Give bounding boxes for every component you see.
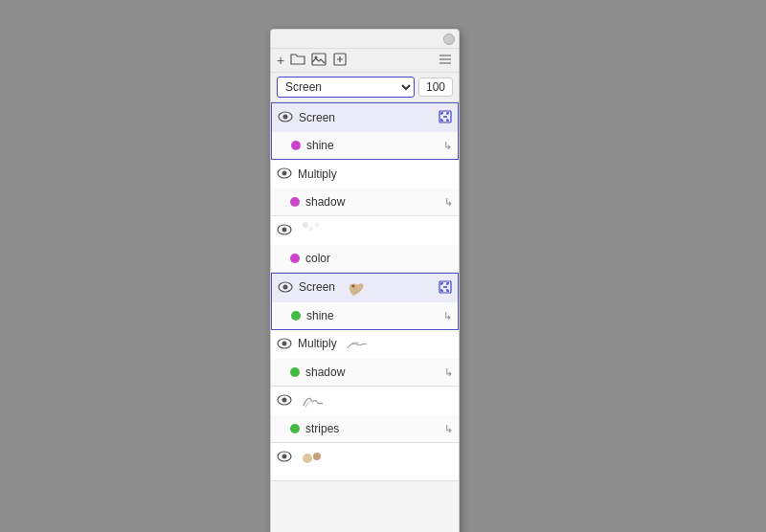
mask-icon[interactable] <box>332 53 348 68</box>
group-header-4[interactable]: Screen <box>272 274 458 302</box>
layers-panel: + <box>270 29 460 532</box>
group-header-2[interactable]: Multiply <box>271 160 459 188</box>
svg-point-14 <box>309 227 313 231</box>
svg-point-13 <box>303 222 308 228</box>
group-header-7[interactable] <box>271 443 459 472</box>
svg-rect-0 <box>312 54 326 65</box>
group-name-4: Screen <box>299 277 439 299</box>
group-name-1: Screen <box>299 111 439 124</box>
svg-point-12 <box>282 227 287 232</box>
svg-point-23 <box>282 397 287 402</box>
child-layer-shadow-1: shadow ↳ <box>271 188 459 215</box>
group-header-1[interactable]: Screen <box>272 103 458 132</box>
child-layer-shine-2: shine ↳ <box>272 302 458 329</box>
svg-point-17 <box>283 284 288 289</box>
group-name-5: Multiply <box>298 335 453 354</box>
sub-icon-stripes: ↳ <box>444 423 453 435</box>
child-name-stripes: stripes <box>305 422 444 435</box>
group-name-3 <box>298 217 453 245</box>
close-button[interactable] <box>443 33 455 45</box>
blend-mode-select[interactable]: Screen Normal Multiply Overlay <box>277 77 415 98</box>
link-icon-4[interactable] <box>439 280 452 297</box>
sub-icon-shine-2: ↳ <box>443 310 452 322</box>
add-layer-button[interactable]: + <box>277 54 284 67</box>
group-blank-stripes: stripes ↳ <box>271 387 459 443</box>
eye-icon-6[interactable] <box>277 394 292 409</box>
color-dot-shine-1 <box>291 141 301 150</box>
svg-point-7 <box>283 114 288 119</box>
child-layer-shadow-2: shadow ↳ <box>271 359 459 386</box>
menu-icon[interactable] <box>438 53 453 68</box>
svg-point-21 <box>282 341 287 345</box>
title-bar <box>271 30 459 49</box>
child-name-shadow-2: shadow <box>305 366 444 379</box>
opacity-input[interactable] <box>418 78 453 97</box>
color-dot-shine-2 <box>291 311 301 321</box>
svg-point-27 <box>313 453 321 460</box>
eye-icon-2[interactable] <box>277 167 292 182</box>
sub-icon-shadow-1: ↳ <box>444 196 453 209</box>
eye-icon-5[interactable] <box>277 338 292 352</box>
group-multiply-shadow-2: Multiply shadow ↳ <box>271 330 459 387</box>
child-layer-stripes: stripes ↳ <box>271 415 459 442</box>
svg-point-10 <box>282 170 287 175</box>
svg-point-25 <box>282 454 287 458</box>
child-layer-color: color <box>271 245 459 272</box>
group-name-6 <box>298 388 453 413</box>
group-name-7 <box>298 445 453 470</box>
eye-icon-3[interactable] <box>277 224 292 238</box>
group-header-5[interactable]: Multiply <box>271 330 459 359</box>
group-blank-7 <box>271 443 459 481</box>
svg-point-26 <box>303 454 312 463</box>
child-name-shine-1: shine <box>306 139 443 152</box>
color-dot-shadow-2 <box>290 367 300 377</box>
folder-icon[interactable] <box>290 53 305 68</box>
child-name-shadow-1: shadow <box>305 195 444 209</box>
group-header-3[interactable] <box>271 216 459 245</box>
eye-icon-4[interactable] <box>278 281 293 296</box>
eye-icon-7[interactable] <box>277 451 292 465</box>
group-screen-shine-1: Screen shine ↳ <box>271 102 459 160</box>
group-header-6[interactable] <box>271 387 459 415</box>
sub-icon-shine-1: ↳ <box>443 140 452 152</box>
sub-icon-shadow-2: ↳ <box>444 366 453 379</box>
group-name-2: Multiply <box>298 167 453 181</box>
color-dot-color <box>290 254 300 263</box>
link-icon-1[interactable] <box>439 110 452 126</box>
group-multiply-shadow-1: Multiply shadow ↳ <box>271 160 459 216</box>
blend-mode-row: Screen Normal Multiply Overlay <box>271 73 459 102</box>
child-layer-shine-1: shine ↳ <box>272 132 458 159</box>
child-name-shine-2: shine <box>306 309 443 322</box>
eye-icon-1[interactable] <box>278 111 293 125</box>
layer-list: Screen shine ↳ Multiply <box>271 102 459 532</box>
group-blank-color: color <box>271 216 459 273</box>
svg-point-15 <box>315 222 320 227</box>
image-icon[interactable] <box>311 53 327 68</box>
child-name-color: color <box>305 252 453 265</box>
color-dot-stripes <box>290 424 300 433</box>
toolbar: + <box>271 49 459 73</box>
svg-point-18 <box>352 285 355 288</box>
color-dot-shadow-1 <box>290 197 300 207</box>
group-screen-shine-2: Screen shine ↳ <box>271 273 459 330</box>
